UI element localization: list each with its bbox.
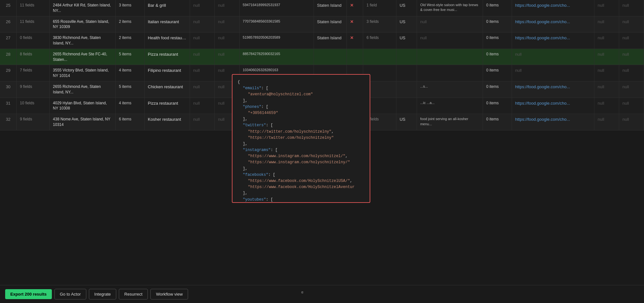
- table-cell: 0 items: [483, 16, 512, 33]
- table-cell: null: [417, 16, 483, 33]
- table-cell: 6 items: [116, 114, 145, 130]
- table-cell: 0 items: [483, 114, 512, 130]
- url-link[interactable]: https://food.google.com/cho...: [515, 19, 570, 24]
- table-cell: US: [396, 16, 417, 33]
- table-cell: 3 fields: [363, 16, 396, 33]
- table-cell: null: [619, 33, 644, 49]
- table-cell: Old West-style saloon with tap brews & c…: [417, 0, 483, 16]
- table-cell: https://food.google.com/cho...: [512, 16, 594, 33]
- url-link[interactable]: https://food.google.com/cho...: [515, 84, 570, 89]
- table-cell: 0 fields: [16, 33, 50, 49]
- workflow-button[interactable]: Workflow view: [150, 289, 188, 299]
- table-cell: Bar & grill: [145, 0, 190, 16]
- table-cell: 9 fields: [16, 114, 50, 130]
- table-cell: ✕: [347, 0, 363, 16]
- table-cell: 11 fields: [16, 0, 50, 16]
- table-cell: https://food.google.com/cho...: [512, 114, 594, 130]
- table-cell: null: [190, 33, 215, 49]
- table-cell: 6 fields: [363, 33, 396, 49]
- table-cell: 7707368485603361585: [239, 16, 314, 33]
- table-cell: Italian restaurant: [145, 16, 190, 33]
- table-cell: 8857842782590032165: [239, 49, 314, 65]
- table-cell: https://food.google.com/cho...: [512, 33, 594, 49]
- table-cell: 27: [0, 33, 16, 49]
- table-cell: [363, 49, 396, 65]
- json-content[interactable]: { "emails": [ "aventura@holyschnitzel.co…: [232, 75, 370, 202]
- table-cell: ...ic ...a...: [417, 98, 483, 114]
- table-cell: https://food.google.com/cho...: [512, 0, 594, 16]
- table-cell: 26: [0, 16, 16, 33]
- table-cell: null: [512, 65, 594, 81]
- table-cell: US: [396, 33, 417, 49]
- table-cell: Health food restaurant: [145, 33, 190, 49]
- table-cell: null: [190, 81, 215, 98]
- table-cell: 655 Rossville Ave, Staten Island, NY 103…: [50, 16, 116, 33]
- table-cell: [396, 81, 417, 98]
- table-cell: 9 fields: [16, 81, 50, 98]
- table-cell: [314, 49, 347, 65]
- table-cell: [396, 65, 417, 81]
- table-cell: null: [190, 65, 215, 81]
- table-cell: 0 items: [483, 0, 512, 16]
- bottom-toolbar: Export 200 results Go to Actor Integrate…: [0, 285, 644, 303]
- table-cell: ✕: [347, 33, 363, 49]
- table-cell: null: [594, 0, 619, 16]
- table-cell: null: [619, 81, 644, 98]
- table-cell: null: [214, 16, 239, 33]
- go-to-actor-button[interactable]: Go to Actor: [54, 289, 86, 299]
- table-cell: null: [619, 65, 644, 81]
- table-cell: 0 items: [483, 49, 512, 65]
- url-link[interactable]: https://food.google.com/cho...: [515, 101, 570, 106]
- table-cell: https://food.google.com/cho...: [512, 98, 594, 114]
- table-cell: 4029 Hylan Blvd, Staten Island, NY 10308: [50, 98, 116, 114]
- table-cell: 30: [0, 81, 16, 98]
- alpha-badge: α: [301, 290, 303, 294]
- table-cell: 7 fields: [16, 65, 50, 81]
- json-popup: { "emails": [ "aventura@holyschnitzel.co…: [232, 74, 370, 203]
- table-cell: 0 items: [483, 65, 512, 81]
- table-cell: null: [214, 49, 239, 65]
- page-wrapper: 2511 fields2484 Arthur Kill Rd, Staten I…: [0, 0, 644, 303]
- export-button[interactable]: Export 200 results: [5, 289, 52, 299]
- table-cell: null: [417, 33, 483, 49]
- table-cell: null: [594, 49, 619, 65]
- table-cell: 2 items: [116, 16, 145, 33]
- table-cell: null: [512, 49, 594, 65]
- resurrect-button[interactable]: Resurrect: [119, 289, 148, 299]
- table-cell: 4 items: [116, 98, 145, 114]
- table-cell: 5198578920506203589: [239, 33, 314, 49]
- table-cell: US: [396, 0, 417, 16]
- table-cell: null: [214, 0, 239, 16]
- table-cell: Pizza restaurant: [145, 98, 190, 114]
- table-cell: null: [594, 65, 619, 81]
- table-cell: 2 items: [116, 33, 145, 49]
- table-cell: Staten Island: [314, 33, 347, 49]
- url-link[interactable]: https://food.google.com/cho...: [515, 117, 570, 122]
- table-cell: https://food.google.com/cho...: [512, 81, 594, 98]
- table-cell: 3830 Richmond Ave, Staten Island, NY...: [50, 33, 116, 49]
- table-cell: 0 items: [483, 98, 512, 114]
- table-cell: 3555 Victory Blvd, Staten Island, NY 103…: [50, 65, 116, 81]
- table-cell: 3 items: [116, 0, 145, 16]
- table-cell: 31: [0, 98, 16, 114]
- table-cell: 8 fields: [16, 49, 50, 65]
- table-cell: 0 items: [483, 81, 512, 98]
- table-cell: [396, 98, 417, 114]
- table-container: 2511 fields2484 Arthur Kill Rd, Staten I…: [0, 0, 644, 285]
- table-cell: 11 fields: [16, 16, 50, 33]
- table-cell: null: [190, 0, 215, 16]
- table-cell: food joint serving an all-kosher menu...: [417, 114, 483, 130]
- url-link[interactable]: https://food.google.com/cho...: [515, 3, 570, 8]
- table-cell: null: [190, 16, 215, 33]
- table-cell: ...s...: [417, 81, 483, 98]
- url-link[interactable]: https://food.google.com/cho...: [515, 35, 570, 40]
- table-cell: 2484 Arthur Kill Rd, Staten Island, NY..…: [50, 0, 116, 16]
- table-cell: 2655 Richmond Ave, Staten Island, NY...: [50, 81, 116, 98]
- table-cell: Kosher restaurant: [145, 114, 190, 130]
- integrate-button[interactable]: Integrate: [89, 289, 116, 299]
- table-cell: ✕: [347, 16, 363, 33]
- table-cell: 29: [0, 65, 16, 81]
- table-cell: 1 field: [363, 0, 396, 16]
- table-cell: 0 items: [483, 33, 512, 49]
- table-cell: 5947164189992531937: [239, 0, 314, 16]
